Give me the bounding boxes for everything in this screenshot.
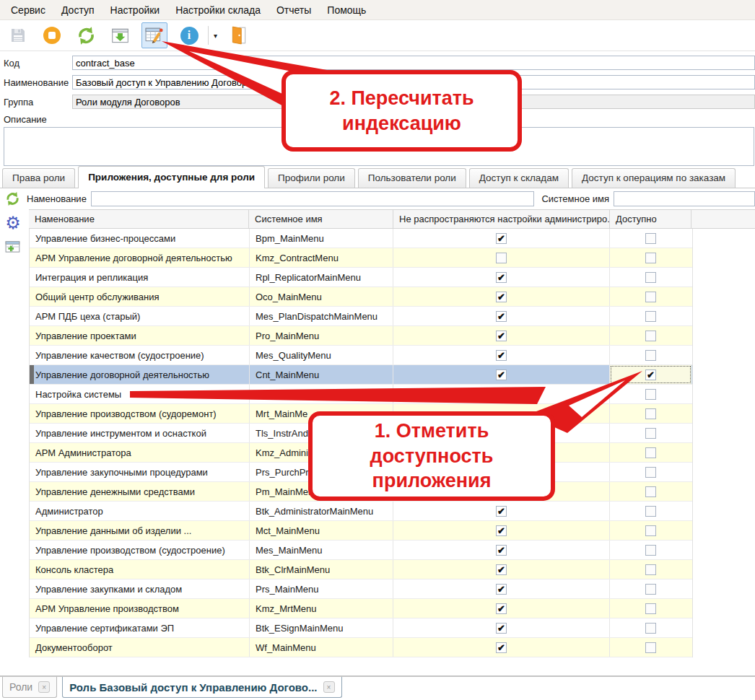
- available-checkbox[interactable]: [645, 253, 656, 263]
- table-edit-button[interactable]: [141, 22, 167, 48]
- admin-checkbox[interactable]: [496, 331, 507, 341]
- exit-button[interactable]: [227, 23, 251, 48]
- table-row[interactable]: Настройка системы Btk_ConfiguratorMainMe…: [30, 385, 692, 404]
- available-checkbox[interactable]: [645, 369, 656, 380]
- table-row[interactable]: Управление договорной деятельностью Cnt_…: [30, 365, 692, 385]
- table-row[interactable]: АРМ Управление производством Kmz_MrtMenu: [30, 599, 692, 618]
- table-row[interactable]: Управление качеством (судостроение) Mes_…: [30, 346, 692, 365]
- role-tab[interactable]: Права роли: [2, 168, 75, 188]
- available-checkbox[interactable]: [645, 564, 656, 575]
- menu-item[interactable]: Доступ: [53, 1, 102, 19]
- settings-button[interactable]: [4, 214, 22, 232]
- menu-item[interactable]: Настройки: [102, 1, 168, 19]
- available-checkbox[interactable]: [645, 506, 656, 517]
- table-import-button[interactable]: [108, 23, 132, 48]
- column-header-sysname[interactable]: Системное имя: [249, 210, 393, 228]
- admin-checkbox[interactable]: [496, 292, 507, 302]
- field-input[interactable]: [72, 75, 755, 89]
- admin-checkbox[interactable]: [496, 233, 507, 244]
- available-checkbox[interactable]: [645, 408, 656, 419]
- filter-sys-input[interactable]: [614, 191, 755, 206]
- admin-checkbox[interactable]: [496, 564, 507, 575]
- role-tab[interactable]: Доступ к складам: [469, 168, 569, 188]
- menu-item[interactable]: Сервис: [3, 1, 53, 19]
- table-row[interactable]: Управление сертификатами ЭП Btk_ESignMai…: [30, 618, 692, 638]
- table-row[interactable]: Администратор Btk_AdministratorMainMenu: [30, 502, 692, 521]
- available-checkbox[interactable]: [645, 467, 656, 478]
- available-checkbox[interactable]: [645, 272, 656, 283]
- role-tab[interactable]: Приложения, доступные для роли: [78, 166, 265, 188]
- available-checkbox[interactable]: [645, 642, 656, 653]
- table-row[interactable]: Управление закупочными процедурами Prs_P…: [30, 463, 692, 482]
- admin-checkbox[interactable]: [496, 389, 507, 400]
- available-checkbox[interactable]: [645, 428, 656, 439]
- cell-name: Администратор: [30, 502, 250, 520]
- available-checkbox[interactable]: [645, 292, 656, 302]
- save-button[interactable]: [6, 23, 30, 48]
- close-icon[interactable]: [38, 681, 50, 693]
- table-row[interactable]: Общий центр обслуживания Oco_MainMenu: [30, 287, 692, 307]
- available-checkbox[interactable]: [645, 603, 656, 614]
- table-row[interactable]: Управление закупками и складом Prs_MainM…: [30, 579, 692, 599]
- role-tab[interactable]: Профили роли: [268, 168, 355, 188]
- available-checkbox[interactable]: [645, 525, 656, 536]
- available-checkbox[interactable]: [645, 331, 656, 341]
- admin-checkbox[interactable]: [496, 642, 507, 653]
- dropdown-arrow-icon[interactable]: [214, 32, 217, 40]
- menu-item[interactable]: Отчеты: [269, 1, 319, 19]
- admin-checkbox[interactable]: [496, 623, 507, 634]
- table-row[interactable]: Интеграция и репликация Rpl_ReplicatorMa…: [30, 268, 692, 287]
- admin-checkbox[interactable]: [496, 506, 507, 517]
- info-button[interactable]: [177, 23, 201, 48]
- table-row[interactable]: Управление данными об изделии ... Mct_Ma…: [30, 521, 692, 541]
- table-row[interactable]: Управление проектами Pro_MainMenu: [30, 326, 692, 346]
- table-row[interactable]: Управление производством (судостроение) …: [30, 541, 692, 560]
- close-icon[interactable]: [323, 681, 335, 693]
- available-checkbox[interactable]: [645, 447, 656, 458]
- menu-item[interactable]: Помощь: [319, 1, 374, 19]
- document-tab[interactable]: Роли: [2, 677, 57, 698]
- table-row[interactable]: Консоль кластера Btk_ClrMainMenu: [30, 560, 692, 579]
- table-row[interactable]: АРМ Администратора Kmz_Adminis: [30, 443, 692, 463]
- admin-checkbox[interactable]: [496, 253, 507, 263]
- table-row[interactable]: Документооборот Wf_MainMenu: [30, 638, 692, 657]
- available-checkbox[interactable]: [645, 311, 656, 322]
- filter-refresh-button[interactable]: [5, 191, 20, 206]
- description-textarea[interactable]: [4, 127, 754, 166]
- cell-sysname: Btk_ClrMainMenu: [250, 560, 393, 579]
- available-checkbox[interactable]: [645, 623, 656, 634]
- table-row[interactable]: Управление денежными средствами Pm_MainM…: [30, 482, 692, 502]
- admin-checkbox[interactable]: [496, 369, 507, 380]
- available-checkbox[interactable]: [645, 545, 656, 556]
- admin-checkbox[interactable]: [496, 311, 507, 322]
- admin-checkbox[interactable]: [496, 603, 507, 614]
- available-checkbox[interactable]: [645, 584, 656, 595]
- available-checkbox[interactable]: [645, 233, 656, 244]
- available-checkbox[interactable]: [645, 389, 656, 400]
- filter-name-input[interactable]: [91, 191, 535, 206]
- table-row[interactable]: Управление бизнес-процессами Bpm_MainMen…: [30, 229, 692, 248]
- table-row[interactable]: Управление производством (судоремонт) Mr…: [30, 404, 692, 424]
- column-header-available[interactable]: Доступно: [610, 210, 691, 228]
- field-input[interactable]: [72, 56, 755, 70]
- table-row[interactable]: Управление инструментом и оснасткой Tls_…: [30, 424, 692, 443]
- menu-item[interactable]: Настройки склада: [167, 1, 269, 19]
- column-header-name[interactable]: Наменование: [29, 210, 249, 228]
- role-tab[interactable]: Пользователи роли: [358, 168, 466, 188]
- admin-checkbox[interactable]: [496, 350, 507, 361]
- table-row[interactable]: АРМ Управление договорной деятельностью …: [30, 248, 692, 268]
- document-tab[interactable]: Роль Базовый доступ к Управлению Догово.…: [62, 677, 341, 698]
- field-input[interactable]: [72, 95, 755, 109]
- admin-checkbox[interactable]: [496, 272, 507, 283]
- admin-checkbox[interactable]: [496, 584, 507, 595]
- column-header-admin[interactable]: Не распространяются настройки администри…: [393, 210, 610, 228]
- role-tab[interactable]: Доступ к операциям по заказам: [572, 168, 736, 188]
- refresh-button[interactable]: [74, 23, 98, 48]
- available-checkbox[interactable]: [645, 486, 656, 497]
- table-row[interactable]: АРМ ПДБ цеха (старый) Mes_PlanDispatchMa…: [30, 307, 692, 326]
- admin-checkbox[interactable]: [496, 525, 507, 536]
- available-checkbox[interactable]: [645, 350, 656, 361]
- stop-button[interactable]: [40, 23, 64, 48]
- table-add-button[interactable]: [4, 237, 22, 256]
- admin-checkbox[interactable]: [496, 545, 507, 556]
